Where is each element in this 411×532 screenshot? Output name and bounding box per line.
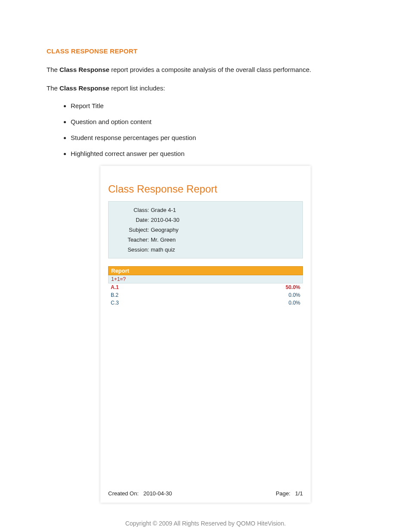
page-indicator: Page: 1/1 (276, 490, 303, 497)
text: report list includes: (109, 84, 165, 92)
info-label: Date: (121, 217, 149, 223)
created-value: 2010-04-30 (143, 490, 172, 497)
info-row-date: Date: 2010-04-30 (109, 215, 302, 225)
list-item: Student response percentages per questio… (71, 134, 364, 141)
bullet-list: Report Title Question and option content… (47, 102, 364, 157)
page-label: Page: (276, 490, 290, 497)
option-pct: 0.0% (289, 292, 300, 298)
info-row-teacher: Teacher: Mr. Green (109, 235, 302, 245)
text-bold: Class Response (59, 66, 109, 73)
report-section-header: Report (108, 266, 303, 275)
info-label: Class: (121, 207, 149, 213)
question-text: 1+1=? (108, 275, 303, 283)
report-body-spacer (108, 307, 303, 488)
list-item: Highlighted correct answer per question (71, 150, 364, 157)
section-heading: CLASS RESPONSE REPORT (47, 47, 364, 55)
list-item: Report Title (71, 102, 364, 109)
option-label: B.2 (111, 292, 118, 298)
info-row-subject: Subject: Geography (109, 225, 302, 235)
created-on: Created On: 2010-04-30 (108, 490, 172, 497)
intro-paragraph-2: The Class Response report list includes: (47, 84, 364, 93)
option-label: C.3 (111, 300, 119, 306)
copyright-text: Copyright © 2009 All Rights Reserved by … (47, 520, 364, 527)
info-label: Session: (121, 246, 149, 253)
option-pct: 0.0% (289, 300, 300, 306)
info-value: math quiz (151, 246, 175, 253)
info-label: Teacher: (121, 236, 149, 243)
intro-paragraph-1: The Class Response report provides a com… (47, 65, 364, 74)
info-value: Grade 4-1 (151, 207, 176, 213)
info-value: 2010-04-30 (151, 217, 180, 223)
info-row-session: Session: math quiz (109, 245, 302, 255)
option-row-correct: A.1 50.0% (108, 283, 303, 291)
option-row: C.3 0.0% (108, 299, 303, 307)
option-pct: 50.0% (286, 284, 300, 290)
report-title: Class Response Report (108, 183, 303, 195)
report-preview: Class Response Report Class: Grade 4-1 D… (100, 166, 311, 503)
text-bold: Class Response (59, 84, 109, 92)
option-label: A.1 (111, 284, 119, 290)
info-row-class: Class: Grade 4-1 (109, 205, 302, 215)
created-label: Created On: (108, 490, 139, 497)
list-item: Question and option content (71, 118, 364, 125)
info-label: Subject: (121, 227, 149, 233)
info-value: Geography (151, 227, 178, 233)
info-value: Mr. Green (151, 236, 176, 243)
text: report provides a composite analysis of … (109, 66, 311, 73)
page-value: 1/1 (295, 490, 303, 497)
text: The (47, 66, 59, 73)
report-footer: Created On: 2010-04-30 Page: 1/1 (108, 488, 303, 497)
report-info-block: Class: Grade 4-1 Date: 2010-04-30 Subjec… (108, 201, 303, 258)
option-row: B.2 0.0% (108, 291, 303, 299)
text: The (47, 84, 59, 92)
